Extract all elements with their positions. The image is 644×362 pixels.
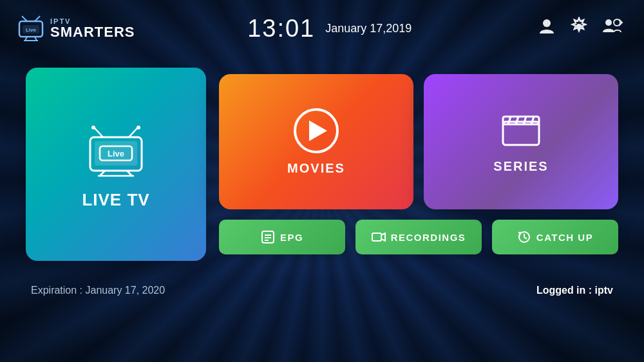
series-card[interactable]: SERIES	[424, 74, 618, 209]
settings-icon[interactable]	[569, 17, 589, 41]
svg-point-23	[137, 126, 140, 129]
top-cards: MOVIES	[219, 74, 618, 209]
header-time: 13:01	[247, 15, 315, 43]
logo: Live IPTV SMARTERS	[15, 15, 135, 42]
tv-logo-icon: Live	[15, 15, 46, 42]
catch-up-button[interactable]: CATCH UP	[492, 220, 618, 254]
login-user: iptv	[595, 285, 613, 296]
logo-smarters: SMARTERS	[50, 25, 135, 39]
svg-rect-34	[372, 233, 381, 241]
svg-line-29	[531, 117, 534, 124]
epg-button[interactable]: EPG	[219, 220, 345, 254]
header-center: 13:01 January 17,2019	[135, 15, 524, 43]
svg-line-28	[524, 117, 526, 124]
header: Live IPTV SMARTERS 13:01 January 17,2019	[0, 0, 644, 52]
epg-label: EPG	[280, 232, 303, 243]
movies-label: MOVIES	[287, 161, 345, 176]
main-grid: Live LIVE TV	[0, 52, 644, 271]
svg-point-8	[543, 19, 551, 27]
svg-line-27	[516, 117, 518, 124]
login-label: Logged in :	[536, 285, 592, 296]
svg-line-26	[508, 117, 511, 124]
svg-text:Live: Live	[26, 27, 37, 33]
footer-expiry: Expiration : January 17, 2020	[31, 285, 165, 296]
svg-line-20	[95, 128, 103, 137]
series-label: SERIES	[493, 159, 548, 174]
switch-user-icon[interactable]	[601, 17, 623, 41]
svg-point-11	[605, 19, 612, 26]
right-column: MOVIES	[219, 74, 618, 254]
epg-icon	[261, 231, 275, 243]
svg-marker-35	[381, 233, 385, 241]
live-tv-icon: Live	[80, 119, 151, 180]
expiry-label: Expiration :	[31, 285, 82, 296]
svg-point-22	[91, 126, 95, 129]
recordings-label: RECORDINGS	[391, 232, 466, 243]
bottom-buttons: EPG RECORDINGS CATCH	[219, 220, 618, 254]
live-tv-label: LIVE TV	[82, 190, 149, 210]
play-triangle-icon	[309, 120, 327, 141]
svg-line-21	[129, 128, 137, 137]
movies-card[interactable]: MOVIES	[219, 74, 413, 209]
catchup-icon	[517, 231, 531, 243]
header-icons	[537, 17, 623, 41]
catch-up-label: CATCH UP	[536, 232, 593, 243]
clapper-icon	[498, 110, 544, 151]
footer: Expiration : January 17, 2020 Logged in …	[0, 276, 644, 305]
svg-text:Live: Live	[108, 149, 124, 158]
footer-login: Logged in : iptv	[536, 285, 613, 296]
logo-text: IPTV SMARTERS	[50, 18, 135, 39]
expiry-date: January 17, 2020	[86, 285, 166, 296]
recordings-button[interactable]: RECORDINGS	[355, 220, 482, 254]
profile-icon[interactable]	[537, 17, 556, 41]
svg-point-10	[576, 24, 582, 29]
main-content: Live IPTV SMARTERS 13:01 January 17,2019	[0, 0, 644, 362]
header-date: January 17,2019	[325, 22, 412, 35]
recordings-icon	[372, 231, 386, 243]
play-circle-icon	[294, 108, 339, 153]
live-tv-card[interactable]: Live LIVE TV	[26, 68, 206, 261]
